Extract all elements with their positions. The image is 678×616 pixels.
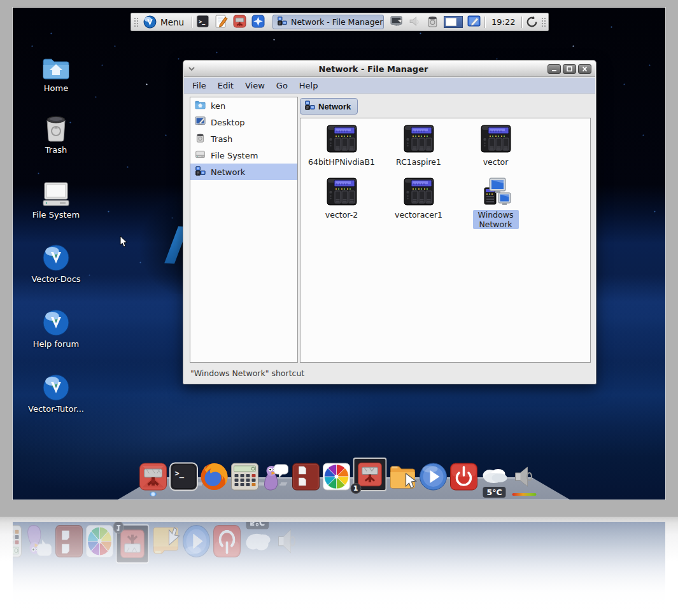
vectorlinux-logo-icon: [143, 15, 157, 29]
session-refresh-button[interactable]: [525, 14, 539, 30]
sidebar-item-label: Trash: [211, 134, 232, 144]
dock-item-terminal[interactable]: >_: [169, 462, 199, 491]
nas-server-icon: [404, 178, 434, 208]
file-label: vectoracer1: [393, 210, 444, 220]
home-folder-icon: [195, 99, 206, 112]
file-label: RC1aspire1: [394, 157, 443, 167]
sidebar-item-label: Network: [211, 167, 245, 177]
window-list-button[interactable]: Network - File Manager: [272, 15, 384, 29]
panel-launchers: >_: [195, 14, 266, 30]
places-sidebar: kenDesktopTrashFile SystemNetwork: [190, 97, 298, 363]
file-label: Windows Network: [473, 210, 519, 229]
control-center-launcher[interactable]: [250, 14, 266, 30]
close-button[interactable]: [578, 64, 591, 74]
panel-drag-handle[interactable]: [541, 17, 546, 27]
tray-workspace-pager[interactable]: [442, 14, 464, 30]
text-editor-launcher[interactable]: [213, 14, 229, 30]
menu-file[interactable]: File: [187, 79, 212, 92]
calculator-icon: [230, 462, 260, 491]
dock-item-weather[interactable]: 5°C: [479, 462, 509, 491]
dock-item-media-player: [181, 524, 211, 558]
tray-mixer-muted[interactable]: [407, 14, 423, 30]
menu-view[interactable]: View: [239, 79, 271, 92]
volume-level-bar: [512, 493, 536, 496]
file-vectoracer1[interactable]: vectoracer1: [380, 178, 457, 230]
tray-display-share[interactable]: [389, 14, 405, 30]
sidebar-item-network[interactable]: Network: [190, 164, 297, 180]
file-icon-view[interactable]: 64bitHPNivdiaB1RC1aspire1vectorvector-2v…: [300, 118, 591, 363]
dock-item-file-manager[interactable]: [388, 462, 418, 491]
menu-go[interactable]: Go: [271, 79, 293, 92]
dock-item-window-task[interactable]: 1: [352, 458, 387, 491]
panel-drag-handle[interactable]: [134, 17, 138, 27]
clock: 19:22: [488, 17, 519, 27]
dock-item-media-player[interactable]: [418, 462, 448, 491]
dock-item-volume[interactable]: [510, 462, 540, 491]
desktop-icon-home[interactable]: Home: [23, 50, 89, 93]
desktop-icon-trash[interactable]: Trash: [23, 111, 89, 155]
file-vector-2[interactable]: vector-2: [303, 178, 380, 230]
path-button-network[interactable]: Network: [300, 98, 358, 115]
firefox-icon: [200, 462, 229, 491]
windows-network-icon: [481, 178, 511, 208]
dock-item-image-viewer: [85, 524, 115, 558]
dock-item-documents[interactable]: [291, 462, 321, 491]
desktop-icon-file-system[interactable]: File System: [23, 176, 89, 220]
tray-screenshot[interactable]: [466, 14, 482, 30]
file-manager-icon: [151, 524, 180, 558]
file-vector[interactable]: vector: [457, 125, 534, 178]
nas-server-icon: [481, 125, 511, 155]
trash-icon: [426, 15, 439, 30]
tray-trash[interactable]: [425, 14, 441, 30]
menu-edit[interactable]: Edit: [212, 79, 239, 92]
sidebar-item-ken[interactable]: ken: [190, 97, 297, 114]
package-manager-icon: [233, 15, 246, 30]
dock-item-documents: [54, 524, 84, 558]
desktop-icon-help-forum[interactable]: Help forum: [23, 305, 89, 349]
minimize-button[interactable]: [547, 64, 561, 74]
sidebar-item-label: Desktop: [211, 118, 245, 127]
media-player-icon: [181, 524, 211, 558]
sidebar-item-label: ken: [211, 101, 225, 111]
screenshot-stage: Menu >_ Network - File Manager 19:22 Hom…: [0, 0, 678, 616]
dock-item-image-viewer[interactable]: [321, 462, 351, 491]
vector-orb-icon: [23, 370, 89, 401]
network-icon: [304, 100, 315, 113]
computer-icon: [23, 176, 89, 207]
trash-small-icon: [195, 132, 206, 145]
applications-menu-button[interactable]: Menu: [141, 14, 189, 30]
top-panel: Menu >_ Network - File Manager 19:22: [131, 13, 549, 31]
sidebar-item-desktop[interactable]: Desktop: [190, 114, 297, 130]
window-titlebar[interactable]: Network - File Manager: [184, 61, 595, 77]
sidebar-item-trash[interactable]: Trash: [190, 130, 297, 147]
network-computers-icon: [195, 165, 206, 178]
shade-chevron-icon[interactable]: [188, 66, 199, 71]
dock-item-calculator[interactable]: [230, 462, 260, 491]
image-viewer-icon: [322, 462, 351, 491]
package-tool-icon: [139, 462, 168, 491]
terminal-icon: >_: [196, 15, 209, 30]
desktop-icon-vector-docs[interactable]: Vector-Docs: [23, 241, 89, 284]
status-bar: "Windows Network" shortcut: [184, 363, 595, 383]
maximize-button[interactable]: [563, 64, 576, 74]
dock-item-weather: 5°C: [243, 524, 272, 558]
file-windows-network[interactable]: Windows Network: [457, 178, 534, 230]
window-controls: [547, 64, 591, 74]
terminal-launcher[interactable]: >_: [195, 14, 211, 30]
mixer-muted-icon: [408, 15, 421, 30]
weather-icon: [243, 524, 272, 558]
dock-item-file-manager: [151, 524, 181, 558]
dock-item-pidgin[interactable]: [260, 462, 290, 491]
file-64bithpnivdiab1[interactable]: 64bitHPNivdiaB1: [303, 125, 380, 178]
window-task-icon: [116, 524, 150, 564]
dock-item-package-tool[interactable]: [138, 462, 168, 491]
desktop-icon-label: File System: [23, 210, 89, 220]
sidebar-item-file-system[interactable]: File System: [190, 147, 297, 164]
menu-help[interactable]: Help: [293, 79, 324, 92]
desktop-icon-vector-tutor-[interactable]: Vector-Tutor...: [23, 370, 89, 414]
dock-item-firefox[interactable]: [199, 462, 229, 491]
package-manager-launcher[interactable]: [232, 14, 248, 30]
dock-item-power[interactable]: [449, 462, 479, 491]
file-rc1aspire1[interactable]: RC1aspire1: [380, 125, 457, 178]
svg-text:>_: >_: [175, 469, 185, 479]
